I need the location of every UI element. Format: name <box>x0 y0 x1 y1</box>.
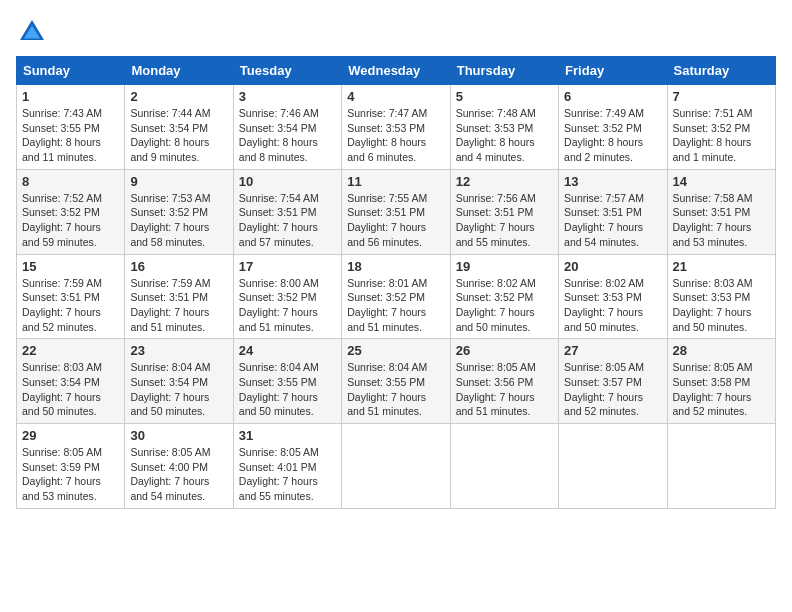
calendar-cell: 9 Sunrise: 7:53 AMSunset: 3:52 PMDayligh… <box>125 169 233 254</box>
day-info: Sunrise: 8:02 AMSunset: 3:52 PMDaylight:… <box>456 276 553 335</box>
day-info: Sunrise: 8:05 AMSunset: 3:59 PMDaylight:… <box>22 445 119 504</box>
day-number: 9 <box>130 174 227 189</box>
day-number: 17 <box>239 259 336 274</box>
day-number: 8 <box>22 174 119 189</box>
calendar-header-monday: Monday <box>125 57 233 85</box>
day-info: Sunrise: 8:01 AMSunset: 3:52 PMDaylight:… <box>347 276 444 335</box>
day-info: Sunrise: 8:05 AMSunset: 4:00 PMDaylight:… <box>130 445 227 504</box>
day-info: Sunrise: 8:05 AMSunset: 4:01 PMDaylight:… <box>239 445 336 504</box>
calendar-cell <box>559 424 667 509</box>
calendar-header-sunday: Sunday <box>17 57 125 85</box>
calendar-cell: 21 Sunrise: 8:03 AMSunset: 3:53 PMDaylig… <box>667 254 775 339</box>
day-number: 25 <box>347 343 444 358</box>
calendar-cell: 3 Sunrise: 7:46 AMSunset: 3:54 PMDayligh… <box>233 85 341 170</box>
day-number: 20 <box>564 259 661 274</box>
calendar-cell: 2 Sunrise: 7:44 AMSunset: 3:54 PMDayligh… <box>125 85 233 170</box>
day-info: Sunrise: 8:02 AMSunset: 3:53 PMDaylight:… <box>564 276 661 335</box>
day-number: 13 <box>564 174 661 189</box>
calendar-week-3: 15 Sunrise: 7:59 AMSunset: 3:51 PMDaylig… <box>17 254 776 339</box>
day-number: 15 <box>22 259 119 274</box>
day-number: 22 <box>22 343 119 358</box>
day-number: 16 <box>130 259 227 274</box>
day-info: Sunrise: 7:59 AMSunset: 3:51 PMDaylight:… <box>130 276 227 335</box>
day-number: 21 <box>673 259 770 274</box>
day-info: Sunrise: 7:46 AMSunset: 3:54 PMDaylight:… <box>239 106 336 165</box>
day-info: Sunrise: 7:52 AMSunset: 3:52 PMDaylight:… <box>22 191 119 250</box>
calendar-cell: 13 Sunrise: 7:57 AMSunset: 3:51 PMDaylig… <box>559 169 667 254</box>
calendar-cell: 31 Sunrise: 8:05 AMSunset: 4:01 PMDaylig… <box>233 424 341 509</box>
day-info: Sunrise: 8:04 AMSunset: 3:54 PMDaylight:… <box>130 360 227 419</box>
calendar-cell: 16 Sunrise: 7:59 AMSunset: 3:51 PMDaylig… <box>125 254 233 339</box>
calendar-cell: 29 Sunrise: 8:05 AMSunset: 3:59 PMDaylig… <box>17 424 125 509</box>
day-number: 12 <box>456 174 553 189</box>
day-info: Sunrise: 8:05 AMSunset: 3:57 PMDaylight:… <box>564 360 661 419</box>
calendar-cell: 10 Sunrise: 7:54 AMSunset: 3:51 PMDaylig… <box>233 169 341 254</box>
calendar-cell <box>342 424 450 509</box>
logo-icon <box>16 16 48 48</box>
calendar-cell: 24 Sunrise: 8:04 AMSunset: 3:55 PMDaylig… <box>233 339 341 424</box>
day-number: 29 <box>22 428 119 443</box>
calendar-header-friday: Friday <box>559 57 667 85</box>
calendar-header-saturday: Saturday <box>667 57 775 85</box>
day-info: Sunrise: 7:48 AMSunset: 3:53 PMDaylight:… <box>456 106 553 165</box>
day-number: 26 <box>456 343 553 358</box>
day-number: 10 <box>239 174 336 189</box>
day-info: Sunrise: 8:05 AMSunset: 3:58 PMDaylight:… <box>673 360 770 419</box>
calendar-cell: 11 Sunrise: 7:55 AMSunset: 3:51 PMDaylig… <box>342 169 450 254</box>
calendar-header-wednesday: Wednesday <box>342 57 450 85</box>
day-number: 3 <box>239 89 336 104</box>
calendar-cell: 30 Sunrise: 8:05 AMSunset: 4:00 PMDaylig… <box>125 424 233 509</box>
calendar-header-thursday: Thursday <box>450 57 558 85</box>
day-number: 7 <box>673 89 770 104</box>
calendar-week-4: 22 Sunrise: 8:03 AMSunset: 3:54 PMDaylig… <box>17 339 776 424</box>
day-number: 4 <box>347 89 444 104</box>
calendar-week-1: 1 Sunrise: 7:43 AMSunset: 3:55 PMDayligh… <box>17 85 776 170</box>
calendar-cell <box>667 424 775 509</box>
calendar-cell: 5 Sunrise: 7:48 AMSunset: 3:53 PMDayligh… <box>450 85 558 170</box>
calendar-week-5: 29 Sunrise: 8:05 AMSunset: 3:59 PMDaylig… <box>17 424 776 509</box>
day-info: Sunrise: 7:58 AMSunset: 3:51 PMDaylight:… <box>673 191 770 250</box>
day-number: 5 <box>456 89 553 104</box>
calendar-cell: 4 Sunrise: 7:47 AMSunset: 3:53 PMDayligh… <box>342 85 450 170</box>
day-info: Sunrise: 8:03 AMSunset: 3:54 PMDaylight:… <box>22 360 119 419</box>
day-number: 11 <box>347 174 444 189</box>
calendar-cell: 27 Sunrise: 8:05 AMSunset: 3:57 PMDaylig… <box>559 339 667 424</box>
calendar-cell: 18 Sunrise: 8:01 AMSunset: 3:52 PMDaylig… <box>342 254 450 339</box>
calendar-cell: 19 Sunrise: 8:02 AMSunset: 3:52 PMDaylig… <box>450 254 558 339</box>
day-number: 23 <box>130 343 227 358</box>
day-number: 27 <box>564 343 661 358</box>
day-info: Sunrise: 7:59 AMSunset: 3:51 PMDaylight:… <box>22 276 119 335</box>
calendar-cell: 25 Sunrise: 8:04 AMSunset: 3:55 PMDaylig… <box>342 339 450 424</box>
day-info: Sunrise: 7:43 AMSunset: 3:55 PMDaylight:… <box>22 106 119 165</box>
calendar-cell: 20 Sunrise: 8:02 AMSunset: 3:53 PMDaylig… <box>559 254 667 339</box>
day-info: Sunrise: 7:56 AMSunset: 3:51 PMDaylight:… <box>456 191 553 250</box>
day-info: Sunrise: 8:03 AMSunset: 3:53 PMDaylight:… <box>673 276 770 335</box>
calendar-cell: 6 Sunrise: 7:49 AMSunset: 3:52 PMDayligh… <box>559 85 667 170</box>
logo <box>16 16 52 48</box>
day-number: 19 <box>456 259 553 274</box>
day-info: Sunrise: 8:04 AMSunset: 3:55 PMDaylight:… <box>239 360 336 419</box>
calendar-cell <box>450 424 558 509</box>
calendar-cell: 14 Sunrise: 7:58 AMSunset: 3:51 PMDaylig… <box>667 169 775 254</box>
calendar-cell: 7 Sunrise: 7:51 AMSunset: 3:52 PMDayligh… <box>667 85 775 170</box>
day-info: Sunrise: 8:00 AMSunset: 3:52 PMDaylight:… <box>239 276 336 335</box>
day-info: Sunrise: 7:51 AMSunset: 3:52 PMDaylight:… <box>673 106 770 165</box>
calendar-table: SundayMondayTuesdayWednesdayThursdayFrid… <box>16 56 776 509</box>
day-info: Sunrise: 7:55 AMSunset: 3:51 PMDaylight:… <box>347 191 444 250</box>
day-info: Sunrise: 8:05 AMSunset: 3:56 PMDaylight:… <box>456 360 553 419</box>
calendar-cell: 1 Sunrise: 7:43 AMSunset: 3:55 PMDayligh… <box>17 85 125 170</box>
day-number: 1 <box>22 89 119 104</box>
calendar-cell: 22 Sunrise: 8:03 AMSunset: 3:54 PMDaylig… <box>17 339 125 424</box>
calendar-cell: 23 Sunrise: 8:04 AMSunset: 3:54 PMDaylig… <box>125 339 233 424</box>
calendar-cell: 28 Sunrise: 8:05 AMSunset: 3:58 PMDaylig… <box>667 339 775 424</box>
day-number: 6 <box>564 89 661 104</box>
day-info: Sunrise: 7:53 AMSunset: 3:52 PMDaylight:… <box>130 191 227 250</box>
day-number: 31 <box>239 428 336 443</box>
calendar-header-row: SundayMondayTuesdayWednesdayThursdayFrid… <box>17 57 776 85</box>
page-header <box>16 16 776 48</box>
calendar-cell: 17 Sunrise: 8:00 AMSunset: 3:52 PMDaylig… <box>233 254 341 339</box>
calendar-cell: 26 Sunrise: 8:05 AMSunset: 3:56 PMDaylig… <box>450 339 558 424</box>
calendar-week-2: 8 Sunrise: 7:52 AMSunset: 3:52 PMDayligh… <box>17 169 776 254</box>
day-info: Sunrise: 7:47 AMSunset: 3:53 PMDaylight:… <box>347 106 444 165</box>
day-info: Sunrise: 7:57 AMSunset: 3:51 PMDaylight:… <box>564 191 661 250</box>
